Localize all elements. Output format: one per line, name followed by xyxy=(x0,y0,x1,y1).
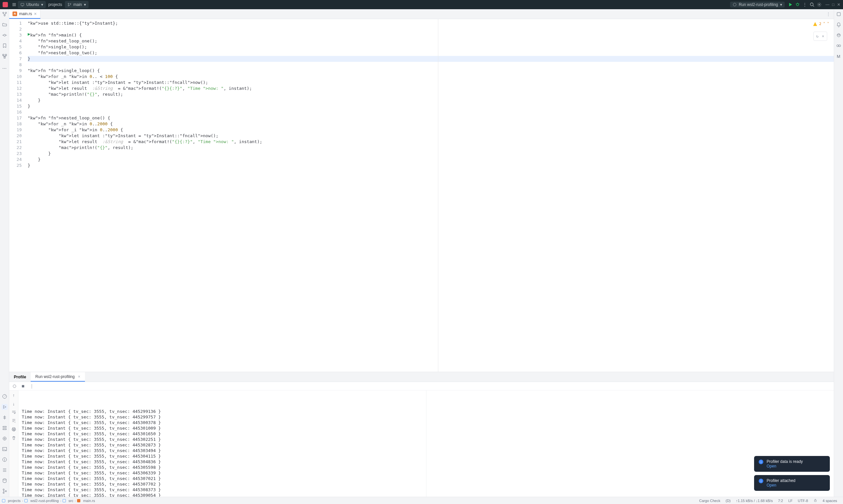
svg-point-16 xyxy=(3,12,4,14)
editor-area: R main.rs × ⋮ 12345678910111213141516171… xyxy=(9,9,834,497)
status-indent[interactable]: 4 spaces xyxy=(820,499,840,503)
tab-list-button[interactable]: ⋮ xyxy=(823,9,834,19)
svg-point-40 xyxy=(5,490,6,492)
svg-point-33 xyxy=(4,461,5,461)
svg-point-18 xyxy=(4,15,5,16)
window-minimize[interactable]: — xyxy=(826,2,829,7)
bookmarks-tool-icon[interactable] xyxy=(2,43,7,49)
panel-toolbar: ⋮ xyxy=(9,382,834,391)
svg-rect-27 xyxy=(3,429,6,430)
services-tool-icon[interactable] xyxy=(2,425,7,431)
titlebar: Ubuntu ▾ projects main ▾ Run wsl2-rust-p… xyxy=(0,0,843,9)
notification-profiler-attached[interactable]: i Profiler attached Open xyxy=(754,475,830,491)
run-configuration-selector[interactable]: Run wsl2-rust-profiling ▾ xyxy=(730,2,785,7)
svg-rect-23 xyxy=(5,54,6,56)
svg-point-37 xyxy=(3,479,6,480)
chevron-up-icon[interactable]: ˄ xyxy=(823,21,825,27)
close-icon[interactable]: × xyxy=(822,33,824,39)
debug-button[interactable] xyxy=(795,2,800,7)
svg-point-50 xyxy=(837,45,839,47)
database-tool-icon[interactable] xyxy=(2,478,7,484)
notification-profiler-ready[interactable]: i Profiler data is ready Open xyxy=(754,456,830,472)
window-close[interactable]: ✕ xyxy=(837,2,840,7)
panel-body: ↑ ↓ Time now: Instant { tv_sec: 3555, tv… xyxy=(9,391,834,497)
chevron-down-icon[interactable]: ˅ xyxy=(827,21,829,27)
debug-tool-icon[interactable] xyxy=(2,415,7,420)
main-menu-button[interactable] xyxy=(12,2,16,7)
project-crumb[interactable]: projects xyxy=(46,1,65,8)
profiler-tool-icon[interactable] xyxy=(2,394,7,399)
code-content[interactable]: "kw">use std::time::{"ty">Instant}; "kw"… xyxy=(25,19,834,372)
svg-rect-43 xyxy=(13,428,15,429)
down-icon[interactable]: ↓ xyxy=(11,401,16,406)
status-d[interactable]: (D) xyxy=(723,499,733,503)
status-readonly-icon[interactable] xyxy=(811,499,820,503)
stop-icon[interactable] xyxy=(20,383,26,389)
todo-tool-icon[interactable] xyxy=(2,467,7,473)
panel-tab-profile[interactable]: Profile xyxy=(9,372,31,382)
makefile-icon[interactable]: M xyxy=(836,53,842,59)
more-actions-button[interactable]: ⋮ xyxy=(803,2,807,7)
status-cargo[interactable]: Cargo Check xyxy=(696,499,723,503)
notifications-tool-icon[interactable] xyxy=(836,11,842,17)
breadcrumb[interactable]: projects › wsl2-rust-profiling › src › m… xyxy=(0,499,97,503)
soft-wrap-icon[interactable] xyxy=(11,410,16,415)
code-editor[interactable]: 1234567891011121314151617181920212223242… xyxy=(9,19,834,372)
refresh-icon[interactable]: ↻ xyxy=(816,33,819,39)
svg-point-51 xyxy=(839,45,841,47)
notification-action-link[interactable]: Open xyxy=(767,483,776,488)
svg-line-12 xyxy=(798,4,799,4)
build-tool-icon[interactable] xyxy=(2,436,7,442)
tab-filename: main.rs xyxy=(19,12,32,16)
svg-point-38 xyxy=(3,489,4,490)
structure-tool-icon[interactable] xyxy=(2,53,7,59)
commit-tool-icon[interactable] xyxy=(2,32,7,38)
notification-action-link[interactable]: Open xyxy=(767,464,776,468)
chevron-down-icon: ▾ xyxy=(41,2,43,7)
window-maximize[interactable]: □ xyxy=(832,2,835,7)
line-number-gutter: 1234567891011121314151617181920212223242… xyxy=(9,19,25,372)
run-button[interactable] xyxy=(788,2,793,7)
search-button[interactable] xyxy=(810,2,814,7)
editor-tab-main-rs[interactable]: R main.rs × xyxy=(9,9,40,19)
status-encoding[interactable]: UTF-8 xyxy=(795,499,811,503)
chevron-down-icon: ▾ xyxy=(780,2,782,7)
svg-point-13 xyxy=(810,3,813,6)
app-logo xyxy=(3,2,8,7)
print-icon[interactable] xyxy=(11,427,16,432)
more-tools-icon[interactable]: ⋯ xyxy=(2,65,7,71)
svg-point-7 xyxy=(70,3,71,4)
svg-line-11 xyxy=(796,4,796,4)
copilot-icon[interactable] xyxy=(836,43,842,49)
status-line-sep[interactable]: LF xyxy=(786,499,795,503)
run-tool-icon[interactable] xyxy=(2,404,7,410)
status-network[interactable]: ↑1.15 kB/s / ↓1.68 kB/s xyxy=(733,499,775,503)
console-output[interactable]: Time now: Instant { tv_sec: 3555, tv_nse… xyxy=(18,391,834,497)
project-tool-icon[interactable] xyxy=(2,11,7,17)
folder-tool-icon[interactable] xyxy=(2,22,7,28)
close-tab-icon[interactable]: × xyxy=(34,11,37,16)
vcs-branch[interactable]: main ▾ xyxy=(65,1,89,8)
close-tab-icon[interactable]: × xyxy=(78,374,80,379)
scroll-to-end-icon[interactable] xyxy=(11,418,16,424)
inspection-widget[interactable]: 2 ˄ ˅ xyxy=(813,21,829,27)
chevron-down-icon: ▾ xyxy=(84,2,86,7)
svg-rect-46 xyxy=(837,13,840,16)
inline-action-hints[interactable]: ↻ × xyxy=(813,32,827,41)
vcs-tool-icon[interactable] xyxy=(2,488,7,494)
clear-icon[interactable] xyxy=(11,435,16,440)
workspace: ⋯ R main.rs × ⋮ 123456789101112131415161… xyxy=(0,9,843,497)
panel-tab-run[interactable]: Run wsl2-rust-profiling × xyxy=(31,372,85,382)
svg-rect-52 xyxy=(814,500,816,502)
toolbar-more-icon[interactable]: ⋮ xyxy=(29,383,34,389)
wsl-target[interactable]: Ubuntu ▾ xyxy=(18,1,46,8)
problems-tool-icon[interactable] xyxy=(2,457,7,463)
settings-button[interactable] xyxy=(817,2,822,7)
bell-icon[interactable] xyxy=(836,22,842,28)
svg-line-14 xyxy=(813,5,814,7)
ai-assistant-icon[interactable] xyxy=(836,32,842,38)
rerun-icon[interactable] xyxy=(12,383,17,389)
up-icon[interactable]: ↑ xyxy=(11,393,16,398)
status-cursor-pos[interactable]: 7:2 xyxy=(775,499,786,503)
terminal-tool-icon[interactable] xyxy=(2,446,7,452)
